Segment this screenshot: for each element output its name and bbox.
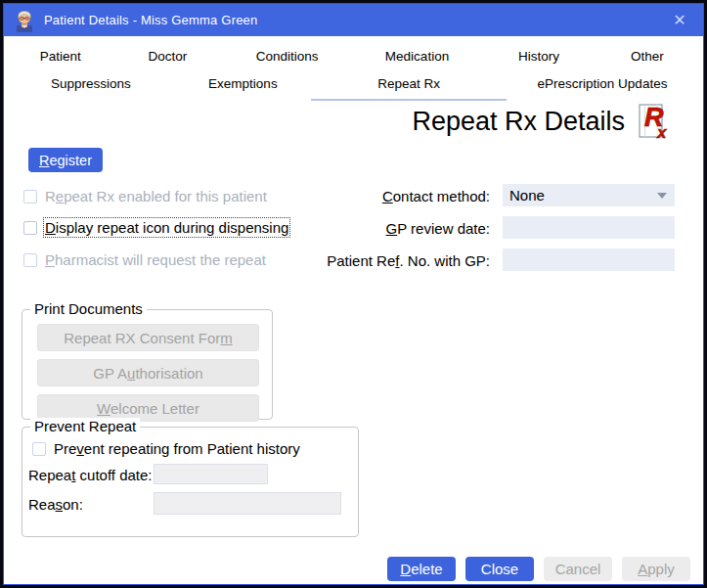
tab-repeat-rx-label: Repeat Rx: [377, 76, 440, 91]
rx-document-icon: R x: [637, 103, 674, 140]
tab-medication[interactable]: Medication: [352, 45, 482, 71]
repeat-cutoff-date-input[interactable]: [154, 464, 268, 484]
window-title: Patient Details - Miss Gemma Green: [44, 13, 257, 27]
window-inner: Patient Details - Miss Gemma Green ✕ Pat…: [3, 3, 704, 585]
tab-strip-row1: Patient Doctor Conditions Medication His…: [8, 45, 699, 71]
page-title: Repeat Rx Details: [412, 107, 625, 137]
chevron-down-icon: [657, 193, 667, 199]
patient-ref-input[interactable]: [503, 249, 675, 271]
pharmacist-request-checkbox[interactable]: [23, 253, 37, 267]
patient-details-window: Patient Details - Miss Gemma Green ✕ Pat…: [0, 0, 707, 588]
tab-eprescription-updates[interactable]: ePrescription Updates: [506, 72, 699, 99]
close-button[interactable]: Close: [465, 557, 534, 581]
cancel-button[interactable]: Cancel: [544, 557, 612, 581]
delete-button[interactable]: Delete: [387, 557, 456, 581]
tab-suppressions[interactable]: Suppressions: [8, 72, 174, 99]
close-icon[interactable]: ✕: [670, 11, 689, 30]
tab-repeat-rx[interactable]: Repeat Rx: [312, 72, 506, 99]
repeat-cutoff-date-label: Repeat cutoff date:: [28, 467, 153, 483]
prevent-repeat-title: Prevent Repeat: [30, 418, 140, 434]
gp-review-date-input[interactable]: [503, 216, 675, 239]
patient-avatar-icon: [14, 9, 35, 32]
print-documents-title: Print Documents: [30, 300, 147, 317]
tab-doctor[interactable]: Doctor: [112, 45, 222, 71]
patient-ref-label: Patient Ref. No. with GP:: [206, 252, 490, 269]
contact-method-label: Contact method:: [206, 188, 490, 204]
tab-other[interactable]: Other: [596, 45, 699, 71]
gp-review-date-label: GP review date:: [206, 220, 490, 237]
checkbox-row-prevent-repeating: Prevent repeating from Patient history: [32, 440, 300, 457]
svg-text:x: x: [656, 123, 668, 140]
reason-label: Reason:: [28, 496, 83, 513]
tab-patient[interactable]: Patient: [8, 45, 112, 71]
prevent-repeating-checkbox[interactable]: [32, 442, 46, 456]
tab-exemptions[interactable]: Exemptions: [174, 72, 312, 99]
tab-strip-row2: Suppressions Exemptions Repeat Rx ePresc…: [8, 72, 699, 99]
selected-tab-underline: [311, 99, 507, 101]
page-heading: Repeat Rx Details R x: [412, 103, 674, 140]
tab-history[interactable]: History: [482, 45, 596, 71]
apply-button[interactable]: Apply: [622, 557, 690, 581]
tab-conditions[interactable]: Conditions: [222, 45, 352, 71]
register-button[interactable]: Register: [28, 148, 103, 172]
print-documents-group: Print Documents Repeat RX Consent Form G…: [22, 309, 273, 420]
prevent-repeat-group: Prevent Repeat Prevent repeating from Pa…: [22, 427, 359, 537]
repeat-rx-consent-form-button[interactable]: Repeat RX Consent Form: [37, 324, 259, 351]
display-repeat-icon-checkbox[interactable]: [23, 221, 37, 235]
contact-method-value: None: [509, 187, 545, 204]
titlebar[interactable]: Patient Details - Miss Gemma Green ✕: [4, 4, 703, 36]
reason-input[interactable]: [154, 492, 341, 515]
repeat-rx-enabled-checkbox[interactable]: [23, 190, 37, 204]
gp-authorisation-button[interactable]: GP Authorisation: [37, 359, 259, 386]
contact-method-select[interactable]: None: [503, 184, 675, 206]
prevent-repeating-label[interactable]: Prevent repeating from Patient history: [54, 440, 300, 457]
